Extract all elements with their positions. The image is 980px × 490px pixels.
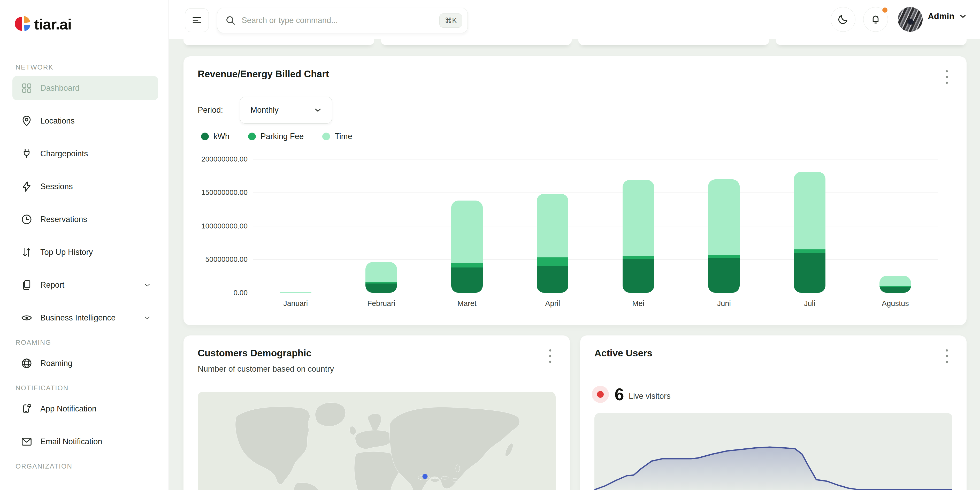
sidebar-item-label: Reservations <box>40 215 151 224</box>
map-pin-icon <box>21 115 33 127</box>
bar-segment-kwh <box>537 266 568 293</box>
live-visitors-row: 6 Live visitors <box>592 385 671 404</box>
active-users-sparkline <box>594 413 952 490</box>
brand-logo[interactable]: tiar.ai <box>14 16 158 33</box>
phone-bell-icon <box>21 403 33 415</box>
sidebar-item-dashboard[interactable]: Dashboard <box>13 76 158 100</box>
sidebar-item-label: Locations <box>40 116 151 126</box>
user-menu[interactable]: Admin <box>928 11 967 21</box>
live-visitors-count: 6 <box>614 385 624 404</box>
brand-name: tiar.ai <box>34 16 72 33</box>
bar-agustus[interactable] <box>880 276 911 293</box>
notifications-button[interactable] <box>863 7 888 32</box>
x-axis-label: Februari <box>339 299 424 308</box>
bar-maret[interactable] <box>451 200 483 293</box>
demographic-card-menu-button[interactable] <box>542 347 558 366</box>
bar-segment-kwh <box>366 283 397 293</box>
dark-mode-toggle[interactable] <box>830 7 856 32</box>
y-axis-tick: 50000000.00 <box>205 255 248 264</box>
x-axis-label: Januari <box>253 299 339 308</box>
sidebar-toggle-button[interactable] <box>185 8 209 32</box>
chevron-down-icon <box>143 281 151 289</box>
section-label-notification: NOTIFICATION <box>16 384 158 392</box>
bar-segment-time <box>280 292 312 293</box>
bar-februari[interactable] <box>366 262 397 293</box>
sidebar-item-sessions[interactable]: Sessions <box>13 175 158 199</box>
keyboard-shortcut-chip: ⌘K <box>439 13 462 28</box>
sidebar-item-business-intelligence[interactable]: Business Intelligence <box>13 306 158 330</box>
sidebar-item-email-notification[interactable]: Email Notification <box>13 430 158 454</box>
sidebar-item-app-notification[interactable]: App Notification <box>13 397 158 421</box>
x-axis-label: April <box>510 299 596 308</box>
sidebar-item-label: Roaming <box>40 359 151 368</box>
mail-icon <box>21 436 33 448</box>
revenue-energy-card: Revenue/Energy Billed Chart Period: Mont… <box>183 56 967 325</box>
world-map <box>198 392 556 490</box>
x-axis-label: Mei <box>595 299 681 308</box>
globe-icon <box>21 358 33 369</box>
kebab-menu-icon <box>945 348 949 364</box>
bar-segment-kwh <box>794 253 826 293</box>
sidebar-item-topup-history[interactable]: Top Up History <box>13 240 158 264</box>
bar-column <box>681 159 767 293</box>
legend-dot <box>322 132 330 140</box>
legend-dot <box>248 132 256 140</box>
active-users-menu-button[interactable] <box>939 347 955 366</box>
bar-juli[interactable] <box>794 172 826 293</box>
bar-januari[interactable] <box>280 292 312 293</box>
chart-legend: kWh Parking Fee Time <box>201 132 352 141</box>
bolt-icon <box>21 181 33 192</box>
customers-demographic-card: Customers Demographic Number of customer… <box>183 336 570 490</box>
sidebar: tiar.ai NETWORK Dashboard Locations Char… <box>0 0 169 490</box>
revenue-card-menu-button[interactable] <box>939 68 955 86</box>
bar-column <box>853 159 939 293</box>
legend-item-time[interactable]: Time <box>322 132 352 141</box>
avatar[interactable] <box>898 7 923 32</box>
active-users-card: Active Users 6 Live visitors <box>580 336 967 490</box>
y-axis-tick: 150000000.00 <box>201 188 248 197</box>
y-axis-tick: 100000000.00 <box>201 222 248 230</box>
grid-icon <box>21 82 33 94</box>
sidebar-item-reservations[interactable]: Reservations <box>13 207 158 232</box>
search-input[interactable] <box>242 16 439 25</box>
sidebar-item-locations[interactable]: Locations <box>13 109 158 133</box>
stat-card-stub <box>183 38 374 45</box>
legend-item-parking-fee[interactable]: Parking Fee <box>248 132 304 141</box>
pie-logo-icon <box>14 16 30 33</box>
hamburger-icon <box>191 14 203 26</box>
period-select[interactable]: Monthly <box>240 97 332 124</box>
x-axis-label: Juni <box>681 299 767 308</box>
sidebar-item-roaming[interactable]: Roaming <box>13 351 158 375</box>
kebab-menu-icon <box>549 348 552 364</box>
transfer-arrows-icon <box>21 246 33 258</box>
bar-segment-parking-fee <box>794 250 826 253</box>
user-name: Admin <box>928 11 955 21</box>
legend-label: Time <box>335 132 352 141</box>
sidebar-item-report[interactable]: Report <box>13 273 158 297</box>
bar-juni[interactable] <box>708 179 740 293</box>
notification-badge <box>881 7 888 13</box>
bar-mei[interactable] <box>622 180 654 293</box>
bar-segment-time <box>880 276 911 286</box>
main-content: Revenue/Energy Billed Chart Period: Mont… <box>169 39 980 490</box>
sidebar-item-label: App Notification <box>40 404 151 414</box>
sidebar-item-label: Dashboard <box>40 83 151 93</box>
sidebar-item-label: Top Up History <box>40 248 151 257</box>
bar-segment-time <box>537 194 568 258</box>
period-select-value: Monthly <box>250 105 313 115</box>
dashboard-page: tiar.ai NETWORK Dashboard Locations Char… <box>0 0 980 490</box>
stat-card-stub <box>381 38 572 45</box>
kebab-menu-icon <box>945 70 949 84</box>
chevron-down-icon <box>313 105 323 115</box>
bar-column <box>510 159 596 293</box>
stat-card-stub <box>578 38 769 45</box>
bar-segment-time <box>708 179 740 255</box>
sidebar-item-chargepoints[interactable]: Chargepoints <box>13 142 158 166</box>
bar-column <box>253 159 339 293</box>
y-axis-tick: 0.00 <box>234 289 248 297</box>
legend-item-kwh[interactable]: kWh <box>201 132 229 141</box>
legend-label: kWh <box>213 132 229 141</box>
bar-april[interactable] <box>537 194 568 293</box>
x-axis-label: Agustus <box>853 299 939 308</box>
global-search[interactable]: ⌘K <box>217 8 468 33</box>
